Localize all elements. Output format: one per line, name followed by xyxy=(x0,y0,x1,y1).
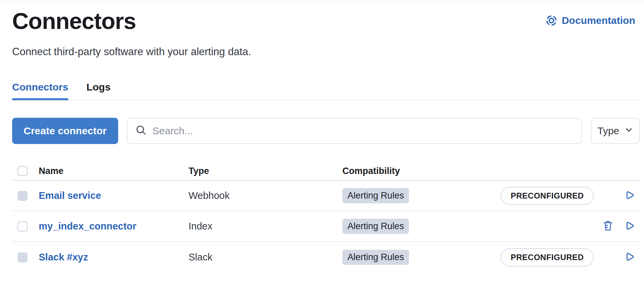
toolbar: Create connector Type xyxy=(12,118,640,144)
connectors-table: Name Type Compatibility Email service We… xyxy=(12,162,640,273)
delete-connector-button[interactable] xyxy=(602,220,614,233)
run-connector-button[interactable] xyxy=(624,251,635,263)
search-box xyxy=(127,118,582,144)
table-row: my_index_connector Index Alerting Rules xyxy=(12,211,640,242)
play-icon xyxy=(624,190,635,202)
trash-icon xyxy=(602,220,614,233)
connector-type: Slack xyxy=(189,252,342,263)
column-header-type: Type xyxy=(189,166,342,176)
page-title: Connectors xyxy=(12,9,136,32)
play-icon xyxy=(624,220,635,232)
run-connector-button[interactable] xyxy=(624,190,635,202)
chevron-down-icon xyxy=(624,125,634,137)
search-input[interactable] xyxy=(152,125,573,137)
life-ring-icon xyxy=(546,15,557,26)
page-subtitle: Connect third-party software with your a… xyxy=(12,46,640,58)
create-connector-button[interactable]: Create connector xyxy=(12,118,118,144)
preconfigured-badge: PRECONFIGURED xyxy=(501,187,594,205)
play-icon xyxy=(624,251,635,263)
connector-type: Index xyxy=(189,221,342,232)
column-header-compatibility: Compatibility xyxy=(342,166,501,176)
row-checkbox[interactable] xyxy=(18,252,28,262)
connector-name-link[interactable]: my_index_connector xyxy=(39,221,136,232)
tab-connectors[interactable]: Connectors xyxy=(12,81,68,100)
page-header: Connectors Documentation xyxy=(12,9,640,32)
table-header-row: Name Type Compatibility xyxy=(12,162,640,181)
table-row: Email service Webhook Alerting Rules PRE… xyxy=(12,181,640,211)
connector-name-link[interactable]: Email service xyxy=(39,190,101,201)
table-row: Slack #xyz Slack Alerting Rules PRECONFI… xyxy=(12,242,640,273)
connector-type: Webhook xyxy=(189,190,342,201)
table-body: Email service Webhook Alerting Rules PRE… xyxy=(12,181,640,273)
documentation-label: Documentation xyxy=(562,15,635,26)
row-checkbox[interactable] xyxy=(18,191,28,201)
magnifier-icon xyxy=(136,125,146,137)
connector-name-link[interactable]: Slack #xyz xyxy=(39,252,88,263)
top-edge-strip xyxy=(0,0,644,3)
run-connector-button[interactable] xyxy=(624,220,635,232)
tab-logs[interactable]: Logs xyxy=(87,81,111,100)
row-checkbox[interactable] xyxy=(18,221,28,232)
preconfigured-badge: PRECONFIGURED xyxy=(501,248,594,267)
compatibility-badge: Alerting Rules xyxy=(342,250,409,265)
type-filter-label: Type xyxy=(597,125,619,137)
compatibility-badge: Alerting Rules xyxy=(342,219,409,234)
column-header-name: Name xyxy=(39,166,189,176)
type-filter-button[interactable]: Type xyxy=(591,118,640,144)
select-all-checkbox[interactable] xyxy=(18,166,28,176)
connectors-page: Connectors Documentation Connect third-p… xyxy=(0,3,644,273)
documentation-link[interactable]: Documentation xyxy=(546,15,635,26)
compatibility-badge: Alerting Rules xyxy=(342,188,409,203)
tab-bar: Connectors Logs xyxy=(12,81,640,100)
